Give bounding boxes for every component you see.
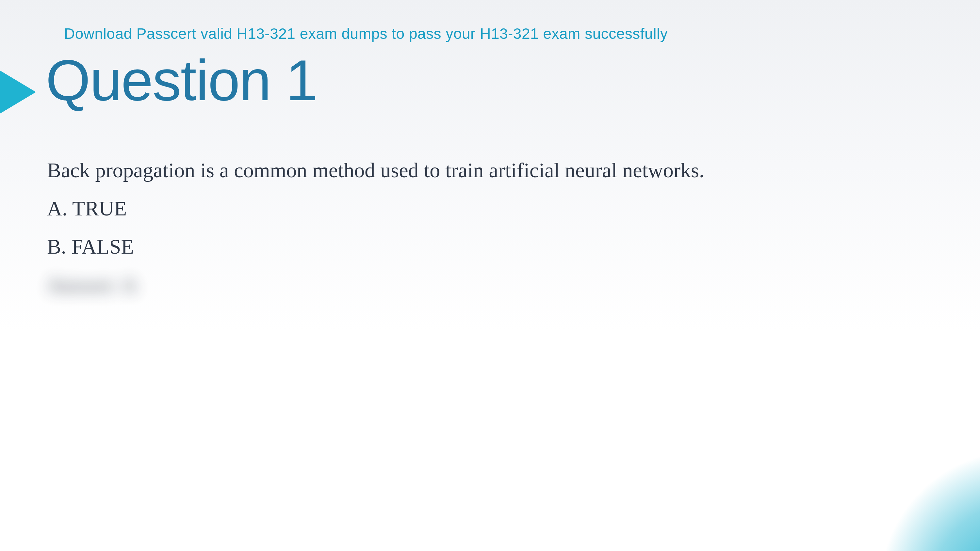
option-a: A. TRUE [47,195,929,222]
question-body: Back propagation is a common method used… [47,157,929,299]
option-b: B. FALSE [47,233,929,260]
corner-accent-decoration [882,453,980,551]
question-title: Question 1 [46,47,317,113]
answer-line-blurred: Answer: A [47,272,929,299]
triangle-bullet-icon [0,68,36,116]
banner-text: Download Passcert valid H13-321 exam dum… [64,25,668,43]
question-stem: Back propagation is a common method used… [47,157,929,184]
